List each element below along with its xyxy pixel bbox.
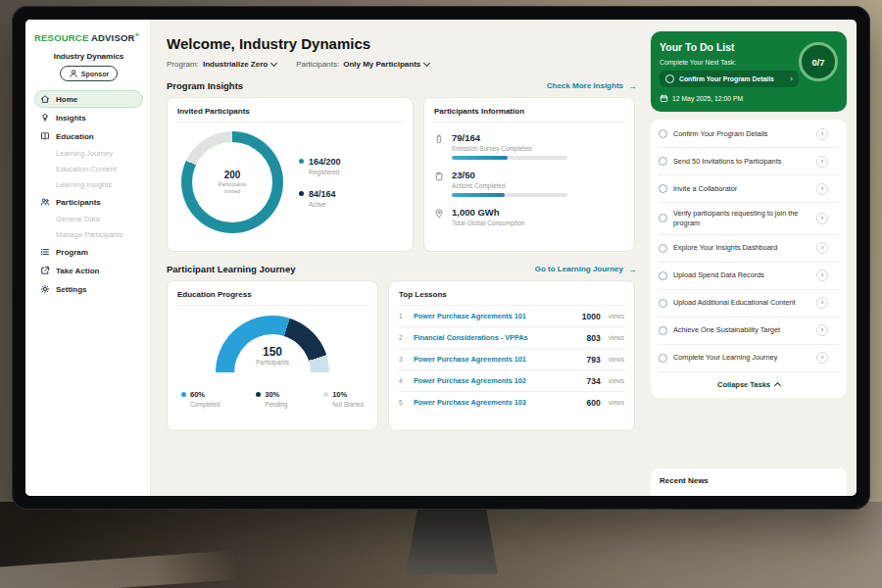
sidebar-item-home[interactable]: Home bbox=[34, 90, 143, 108]
chevron-right-icon[interactable]: › bbox=[816, 213, 828, 224]
book-icon bbox=[40, 131, 50, 141]
task-checkbox[interactable] bbox=[659, 299, 667, 308]
next-task-row[interactable]: Confirm Your Program Details › bbox=[660, 71, 799, 87]
chevron-right-icon[interactable]: › bbox=[816, 324, 828, 336]
chevron-right-icon[interactable]: › bbox=[816, 352, 828, 364]
sidebar-item-take-action[interactable]: Take Action bbox=[34, 262, 143, 279]
sidebar-item-program[interactable]: Program bbox=[34, 243, 143, 261]
task-row[interactable]: Upload Additional Educational Content › bbox=[659, 290, 839, 318]
lesson-rank: 2 bbox=[399, 334, 408, 341]
sidebar-item-education-content[interactable]: Education Content bbox=[34, 162, 143, 176]
sidebar-item-label: Settings bbox=[56, 285, 87, 294]
check-more-insights-link[interactable]: Check More Insights → bbox=[547, 81, 637, 91]
task-checkbox[interactable] bbox=[659, 326, 667, 335]
brand-logo: RESOURCE ADVISOR+ bbox=[34, 31, 143, 43]
task-row[interactable]: Explore Your Insights Dashboard › bbox=[659, 235, 839, 263]
task-row[interactable]: Verify participants requesting to join t… bbox=[659, 203, 839, 235]
card-title: Participants Information bbox=[434, 107, 624, 122]
location-pin-icon bbox=[434, 209, 445, 226]
lesson-link[interactable]: Power Purchase Agreements 102 bbox=[414, 376, 581, 385]
task-checkbox[interactable] bbox=[659, 129, 667, 138]
monitor-stand bbox=[406, 502, 498, 574]
main-content: Welcome, Industry Dynamics Program: Indu… bbox=[151, 20, 649, 496]
task-checkbox[interactable] bbox=[665, 74, 674, 83]
sidebar-item-label: Participants bbox=[56, 198, 101, 207]
people-icon bbox=[40, 197, 50, 207]
task-checkbox[interactable] bbox=[659, 184, 667, 193]
learning-journey-header: Participant Learning Journey Go to Learn… bbox=[167, 264, 637, 274]
lesson-views-label: views bbox=[609, 399, 624, 406]
arrow-right-icon: → bbox=[628, 81, 637, 91]
task-row[interactable]: Invite a Collaborator › bbox=[659, 175, 839, 203]
chevron-right-icon[interactable]: › bbox=[816, 183, 828, 195]
sponsor-badge[interactable]: Sponsor bbox=[60, 66, 118, 81]
card-title: Education Progress bbox=[177, 290, 368, 306]
invited-participants-card: Invited Participants 200 Participants In… bbox=[167, 97, 414, 252]
sidebar-item-education[interactable]: Education bbox=[34, 127, 143, 145]
lesson-views: 793 bbox=[587, 355, 601, 365]
progress-bar-fill bbox=[452, 193, 505, 197]
sidebar-item-participants[interactable]: Participants bbox=[34, 193, 143, 211]
sidebar-item-settings[interactable]: Settings bbox=[34, 280, 143, 298]
sidebar-item-manage-participants[interactable]: Manage Participants bbox=[34, 227, 143, 242]
participants-dropdown[interactable]: Participants: Only My Participants bbox=[296, 60, 429, 69]
metric-emission-survey: 79/164 Emission Survey Completed bbox=[434, 132, 624, 160]
chevron-down-icon bbox=[423, 59, 430, 66]
task-checkbox[interactable] bbox=[659, 157, 667, 166]
participants-dropdown-label: Participants: bbox=[296, 60, 339, 69]
link-label: Go to Learning Journey bbox=[535, 265, 623, 273]
donut-legend: 164/200 Registered 84/164 Active bbox=[299, 157, 341, 208]
lesson-row: 1 Power Purchase Agreements 101 1000 vie… bbox=[399, 306, 624, 327]
chevron-right-icon[interactable]: › bbox=[816, 242, 828, 254]
sidebar-item-learning-journey[interactable]: Learning Journey bbox=[34, 146, 143, 161]
task-row[interactable]: Complete Your Learning Journey › bbox=[659, 345, 839, 372]
task-checkbox[interactable] bbox=[659, 214, 667, 222]
sidebar-item-learning-insights[interactable]: Learning Insights bbox=[34, 177, 143, 192]
sidebar-item-insights[interactable]: Insights bbox=[34, 109, 143, 126]
legend-label: Completed bbox=[190, 401, 220, 408]
task-label: Confirm Your Program Details bbox=[673, 129, 810, 139]
task-label: Complete Your Learning Journey bbox=[673, 353, 810, 363]
go-to-learning-journey-link[interactable]: Go to Learning Journey → bbox=[535, 265, 637, 274]
sidebar-item-label: Take Action bbox=[56, 267, 99, 275]
recent-news-card: Recent News bbox=[651, 468, 847, 496]
task-row[interactable]: Send 50 Invitations to Participants › bbox=[659, 148, 839, 175]
chevron-right-icon[interactable]: › bbox=[816, 297, 828, 309]
legend-dot-active bbox=[299, 191, 304, 196]
task-checkbox[interactable] bbox=[659, 354, 667, 363]
legend-label: Registered bbox=[309, 169, 341, 175]
lesson-link[interactable]: Power Purchase Agreements 103 bbox=[414, 398, 581, 407]
task-row[interactable]: Upload Spend Data Records › bbox=[659, 263, 839, 290]
collapse-tasks-button[interactable]: Collapse Tasks bbox=[659, 372, 839, 397]
chevron-right-icon: › bbox=[790, 74, 793, 83]
todo-tasks-card: Confirm Your Program Details › Send 50 I… bbox=[651, 120, 847, 398]
lesson-row: 4 Power Purchase Agreements 102 734 view… bbox=[399, 370, 624, 392]
lesson-link[interactable]: Financial Considerations - VPPAs bbox=[414, 333, 581, 342]
sidebar-nav: Home Insights Education Learning Journey… bbox=[34, 90, 143, 298]
lesson-link[interactable]: Power Purchase Agreements 101 bbox=[414, 355, 581, 364]
task-row[interactable]: Achieve One Sustainability Target › bbox=[659, 318, 839, 345]
legend-item: 60% Completed bbox=[181, 390, 220, 408]
program-dropdown[interactable]: Program: Industrialize Zero bbox=[167, 60, 276, 69]
todo-summary-card: Your To Do List 0/7 Complete Your Next T… bbox=[651, 31, 847, 112]
lesson-rank: 4 bbox=[399, 377, 408, 384]
sidebar-item-general-data[interactable]: General Data bbox=[34, 212, 143, 226]
legend-label: Pending bbox=[265, 401, 287, 408]
chevron-up-icon bbox=[774, 382, 781, 389]
chevron-right-icon[interactable]: › bbox=[816, 128, 828, 140]
program-dropdown-label: Program: bbox=[167, 60, 199, 69]
task-label: Achieve One Sustainability Target bbox=[673, 325, 810, 335]
metric-actions: 23/50 Actions Completed bbox=[434, 170, 624, 197]
progress-bar-fill bbox=[452, 156, 508, 160]
chevron-right-icon[interactable]: › bbox=[816, 270, 828, 281]
task-checkbox[interactable] bbox=[659, 271, 667, 280]
task-row[interactable]: Confirm Your Program Details › bbox=[659, 121, 839, 148]
task-checkbox[interactable] bbox=[659, 244, 667, 253]
progress-bar bbox=[452, 193, 567, 197]
donut-center-value: 200 bbox=[224, 170, 241, 180]
lesson-views-label: views bbox=[609, 334, 624, 341]
chevron-right-icon[interactable]: › bbox=[816, 156, 828, 168]
lesson-link[interactable]: Power Purchase Agreements 101 bbox=[414, 312, 576, 320]
brand-secondary: ADVISOR bbox=[91, 32, 135, 43]
lesson-views-label: views bbox=[609, 377, 624, 384]
